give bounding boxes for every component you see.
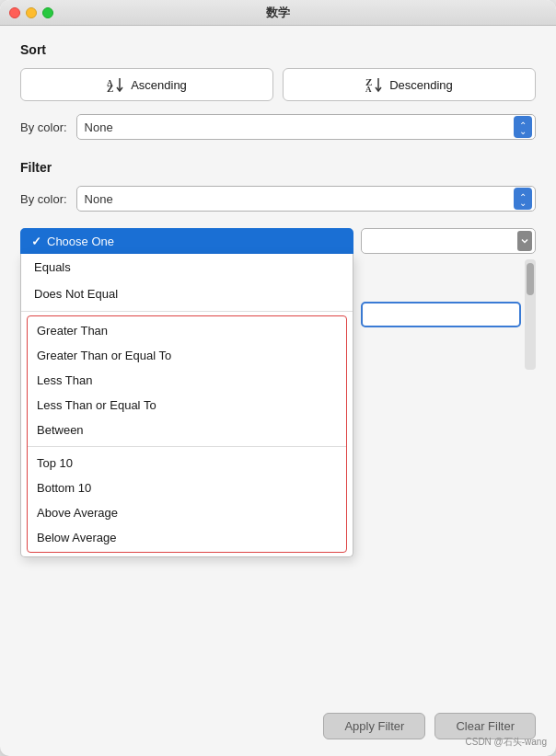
filter-text-row [361, 259, 536, 370]
traffic-lights [9, 7, 53, 18]
scrollbar-track [525, 259, 536, 370]
filter-value-area [361, 228, 536, 370]
descending-label: Descending [389, 78, 453, 92]
window-title: 数学 [266, 5, 290, 21]
dropdown-item-below-average[interactable]: Below Average [28, 525, 346, 550]
dropdown-item-top-10[interactable]: Top 10 [28, 451, 346, 475]
descending-button[interactable]: Z A Descending [283, 68, 536, 101]
dropdown-item-between[interactable]: Between [28, 418, 346, 442]
dropdown-item-greater-than[interactable]: Greater Than [28, 318, 346, 343]
sort-buttons-row: A Z Ascending Z A [20, 68, 536, 101]
filter-by-color-row: By color: None [20, 186, 536, 212]
svg-text:Z: Z [107, 83, 113, 93]
filter-color-select[interactable]: None [76, 186, 536, 212]
main-window: 数学 Sort A Z Ascending [0, 0, 556, 756]
ascending-button[interactable]: A Z Ascending [20, 68, 273, 101]
dropdown-item-equals[interactable]: Equals [21, 254, 353, 281]
dropdown-item-less-than-or-equal[interactable]: Less Than or Equal To [28, 393, 346, 418]
dropdown-divider-1 [21, 311, 353, 312]
svg-text:A: A [365, 85, 372, 93]
sort-color-select-wrapper: None [76, 114, 536, 140]
filter-value-select-wrapper [361, 228, 536, 254]
apply-filter-button[interactable]: Apply Filter [323, 713, 425, 739]
sort-color-select[interactable]: None [76, 114, 536, 140]
filter-condition-row: ✓ Choose One Equals Does Not Equal Great… [20, 228, 536, 557]
descending-icon: Z A [365, 76, 384, 93]
filter-dropdown-trigger[interactable]: ✓ Choose One [20, 228, 353, 254]
filter-color-select-wrapper: None [76, 186, 536, 212]
sort-section: Sort A Z Ascending [20, 42, 536, 156]
minimize-button[interactable] [26, 7, 37, 18]
sort-by-color-row: By color: None [20, 114, 536, 140]
dropdown-item-bottom-10[interactable]: Bottom 10 [28, 475, 346, 500]
dropdown-item-does-not-equal[interactable]: Does Not Equal [21, 281, 353, 307]
content-area: Sort A Z Ascending [0, 26, 556, 702]
filter-text-input[interactable] [361, 302, 521, 327]
dropdown-item-above-average[interactable]: Above Average [28, 500, 346, 525]
filter-by-color-label: By color: [20, 192, 67, 206]
watermark: CSDN @石头-wang [465, 736, 547, 749]
filter-condition-dropdown: ✓ Choose One Equals Does Not Equal Great… [20, 228, 353, 557]
check-icon: ✓ [31, 235, 41, 248]
filter-value-select[interactable] [361, 228, 536, 254]
maximize-button[interactable] [42, 7, 53, 18]
sort-by-color-label: By color: [20, 120, 67, 134]
ascending-icon: A Z [107, 76, 125, 93]
sort-section-title: Sort [20, 42, 536, 57]
titlebar: 数学 [0, 0, 556, 26]
filter-value-top-row [361, 228, 536, 254]
ascending-label: Ascending [131, 78, 187, 92]
filter-section: Filter By color: None ✓ Choose One [20, 160, 536, 557]
dropdown-item-greater-than-or-equal[interactable]: Greater Than or Equal To [28, 343, 346, 368]
value-select-chevron-icon [517, 231, 532, 251]
dropdown-item-less-than[interactable]: Less Than [28, 368, 346, 393]
dropdown-selected-label: Choose One [47, 235, 114, 248]
scrollbar-thumb[interactable] [527, 263, 534, 295]
filter-dropdown-menu: Equals Does Not Equal Greater Than Great… [20, 254, 353, 557]
dropdown-numeric-group: Greater Than Greater Than or Equal To Le… [27, 315, 347, 553]
dropdown-divider-2 [28, 446, 346, 447]
close-button[interactable] [9, 7, 20, 18]
filter-section-title: Filter [20, 160, 536, 175]
